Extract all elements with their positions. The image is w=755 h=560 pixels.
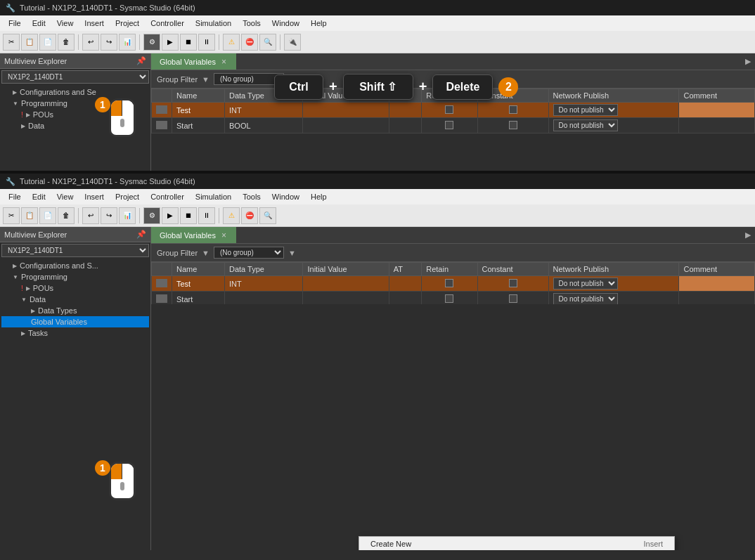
group-filter-dropdown-bottom[interactable]: (No group): [214, 247, 284, 259]
tb-connect[interactable]: 🔌: [284, 34, 301, 51]
network-publish-select-b2[interactable]: Do not publish: [553, 293, 618, 304]
var-network-cell-b2[interactable]: Do not publish: [548, 292, 679, 305]
var-network-cell[interactable]: Do not publish: [548, 103, 679, 118]
network-publish-select[interactable]: Do not publish: [553, 119, 618, 131]
tb-stop[interactable]: ⏹: [180, 34, 197, 51]
sidebar-item-config-bottom[interactable]: ▶ Configurations and S...: [1, 260, 149, 271]
sidebar-item-programming-bottom[interactable]: ▼ Programming: [1, 271, 149, 282]
group-filter-dropdown-top[interactable]: (No group): [214, 73, 284, 85]
var-name-cell-b[interactable]: Test: [172, 276, 225, 292]
menu-project[interactable]: Project: [110, 18, 145, 29]
tb-search-b[interactable]: 🔍: [259, 207, 276, 224]
network-publish-select-b[interactable]: Do not publish: [553, 278, 618, 289]
constant-checkbox[interactable]: [509, 121, 517, 129]
menu-simulation[interactable]: Simulation: [190, 18, 237, 29]
tb-cut[interactable]: ✂: [3, 34, 20, 51]
var-constant-cell-b2[interactable]: [477, 292, 548, 305]
menu-help-b[interactable]: Help: [305, 191, 333, 202]
tab-close-bottom[interactable]: ×: [220, 230, 228, 240]
tab-global-vars-bottom[interactable]: Global Variables ×: [151, 227, 236, 243]
menu-edit[interactable]: Edit: [27, 18, 51, 29]
retain-checkbox[interactable]: [445, 105, 453, 114]
menu-tools[interactable]: Tools: [237, 18, 266, 29]
tb-stop-b[interactable]: ⏹: [180, 207, 197, 224]
tb-warn[interactable]: ⚠: [223, 34, 240, 51]
menu-view-b[interactable]: View: [51, 191, 79, 202]
var-type-cell[interactable]: INT: [224, 103, 302, 118]
menu-window[interactable]: Window: [266, 18, 305, 29]
tb-build[interactable]: ⚙: [143, 34, 160, 51]
tb-undo[interactable]: ↩: [82, 34, 99, 51]
var-name-cell[interactable]: Test: [172, 103, 225, 118]
sidebar-item-tasks-bottom[interactable]: ▶ Tasks: [1, 327, 149, 339]
constant-checkbox[interactable]: [509, 105, 517, 114]
tb-pause-b[interactable]: ⏸: [198, 207, 215, 224]
var-retain-cell-b[interactable]: [422, 276, 477, 292]
sidebar-item-pous-bottom[interactable]: ! ▶ POUs: [1, 282, 149, 294]
retain-checkbox[interactable]: [445, 279, 453, 287]
pin-icon-b[interactable]: 📌: [136, 230, 146, 239]
device-selector-bottom[interactable]: NX1P2_1140DT1: [1, 244, 149, 257]
menu-view[interactable]: View: [51, 18, 79, 29]
var-name-cell-b2[interactable]: Start: [172, 292, 225, 305]
scroll-right-icon-b[interactable]: ▶: [741, 230, 755, 240]
tb-copy[interactable]: 📋: [21, 34, 38, 51]
var-type-cell-b[interactable]: INT: [224, 276, 302, 292]
cm-create-new[interactable]: Create New Insert: [359, 537, 674, 550]
tab-close-top[interactable]: ×: [220, 57, 228, 67]
var-retain-cell[interactable]: [422, 118, 477, 134]
scroll-right-icon[interactable]: ▶: [741, 57, 755, 66]
table-row[interactable]: Start Do not publish: [152, 292, 755, 305]
menu-controller[interactable]: Controller: [145, 18, 190, 29]
sidebar-item-globalvars-bottom[interactable]: Global Variables: [1, 316, 149, 327]
var-network-cell[interactable]: Do not publish: [548, 118, 679, 134]
menu-tools-b[interactable]: Tools: [237, 191, 266, 202]
tb-search[interactable]: 🔍: [259, 34, 276, 51]
sidebar-item-data-bottom[interactable]: ▼ Data: [1, 294, 149, 305]
tb-err[interactable]: ⛔: [241, 34, 258, 51]
tb-copy-b[interactable]: 📋: [21, 207, 38, 224]
menu-edit-b[interactable]: Edit: [27, 191, 51, 202]
var-constant-cell[interactable]: [477, 103, 548, 118]
menu-file-b[interactable]: File: [3, 191, 27, 202]
pin-icon[interactable]: 📌: [136, 56, 146, 65]
menu-window-b[interactable]: Window: [266, 191, 305, 202]
device-selector-top[interactable]: NX1P2_1140DT1: [1, 70, 149, 84]
constant-checkbox[interactable]: [509, 279, 517, 287]
table-row[interactable]: Start BOOL Do not publish: [152, 118, 755, 134]
var-comment-cell[interactable]: [679, 103, 755, 118]
var-name-cell[interactable]: Start: [172, 118, 225, 134]
table-row[interactable]: Test INT Do not publish: [152, 276, 755, 292]
menu-controller-b[interactable]: Controller: [145, 191, 190, 202]
menu-insert[interactable]: Insert: [79, 18, 110, 29]
menu-file[interactable]: File: [3, 18, 27, 29]
var-constant-cell-b[interactable]: [477, 276, 548, 292]
tb-misc-b[interactable]: 📊: [119, 207, 136, 224]
tb-pause[interactable]: ⏸: [198, 34, 215, 51]
var-network-cell-b[interactable]: Do not publish: [548, 276, 679, 292]
tb-redo[interactable]: ↪: [101, 34, 117, 51]
var-comment-cell-b[interactable]: [679, 276, 755, 292]
tb-misc[interactable]: 📊: [119, 34, 136, 51]
tb-redo-b[interactable]: ↪: [101, 207, 117, 224]
menu-help[interactable]: Help: [305, 18, 333, 29]
tb-run[interactable]: ▶: [162, 34, 179, 51]
tb-delete[interactable]: 🗑: [58, 34, 75, 51]
sidebar-item-config-top[interactable]: ▶ Configurations and Se: [1, 86, 149, 98]
retain-checkbox[interactable]: [445, 121, 453, 129]
tb-warn-b[interactable]: ⚠: [223, 207, 240, 224]
var-type-cell[interactable]: BOOL: [224, 118, 302, 134]
table-row[interactable]: Test INT Do not publish: [152, 103, 755, 118]
var-comment-cell-b2[interactable]: [679, 292, 755, 305]
menu-simulation-b[interactable]: Simulation: [190, 191, 237, 202]
tb-paste-b[interactable]: 📄: [39, 207, 56, 224]
network-publish-select[interactable]: Do not publish: [553, 104, 618, 116]
tb-build-b[interactable]: ⚙: [143, 207, 160, 224]
tab-global-vars-top[interactable]: Global Variables ×: [151, 53, 236, 70]
tb-delete-b[interactable]: 🗑: [58, 207, 75, 224]
tb-paste[interactable]: 📄: [39, 34, 56, 51]
var-retain-cell-b2[interactable]: [422, 292, 477, 305]
tb-run-b[interactable]: ▶: [162, 207, 179, 224]
filter-dropdown-btn-b[interactable]: ▼: [288, 249, 296, 257]
tb-undo-b[interactable]: ↩: [82, 207, 99, 224]
